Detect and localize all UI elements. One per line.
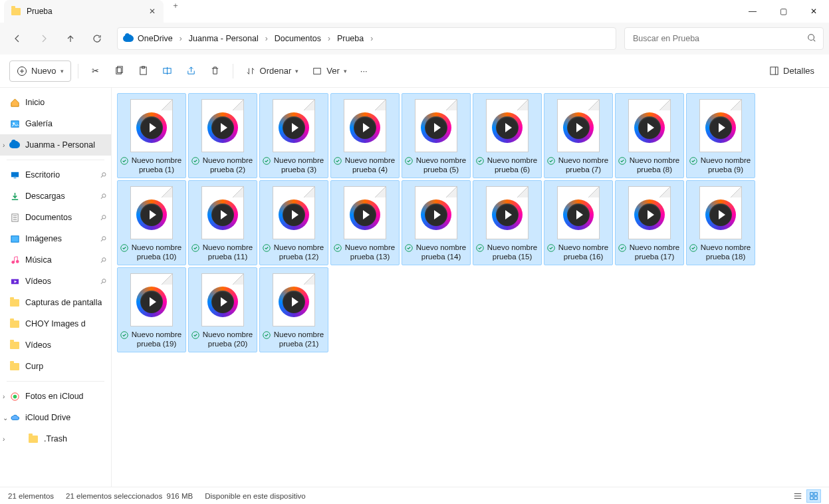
sync-check-icon: [120, 331, 128, 342]
sidebar-item-vídeos[interactable]: Vídeos: [0, 334, 111, 356]
share-button[interactable]: [181, 61, 202, 82]
file-pane[interactable]: Nuevo nombre prueba (1) Nuevo nombre pru…: [112, 88, 829, 487]
file-item[interactable]: Nuevo nombre prueba (1): [117, 93, 186, 178]
svg-rect-41: [810, 492, 813, 495]
file-thumbnail: [481, 185, 533, 241]
sort-button[interactable]: Ordenar ▾: [240, 61, 304, 82]
sidebar-item-descargas[interactable]: Descargas⚲: [0, 186, 111, 207]
cut-button[interactable]: ✂: [85, 61, 106, 82]
details-pane-button[interactable]: Detalles: [763, 61, 820, 82]
paste-button[interactable]: [133, 61, 154, 82]
pin-icon: ⚲: [98, 213, 108, 223]
file-item[interactable]: Nuevo nombre prueba (14): [402, 180, 471, 265]
file-name: Nuevo nombre prueba (15): [486, 243, 538, 262]
file-item[interactable]: Nuevo nombre prueba (2): [188, 93, 257, 178]
titlebar: Prueba ✕ ＋ — ▢ ✕: [0, 0, 829, 23]
file-item[interactable]: Nuevo nombre prueba (15): [473, 180, 542, 265]
close-button[interactable]: ✕: [798, 0, 829, 23]
media-play-icon: [207, 112, 238, 143]
chevron-icon[interactable]: ›: [3, 393, 11, 400]
file-grid: Nuevo nombre prueba (1) Nuevo nombre pru…: [117, 93, 824, 352]
file-item[interactable]: Nuevo nombre prueba (5): [402, 93, 471, 178]
back-button[interactable]: [5, 27, 29, 51]
file-item[interactable]: Nuevo nombre prueba (12): [259, 180, 328, 265]
svg-point-16: [15, 260, 19, 263]
sidebar-item-label: iCloud Drive: [25, 413, 70, 422]
more-button[interactable]: ···: [355, 61, 373, 82]
file-item[interactable]: Nuevo nombre prueba (20): [188, 267, 257, 352]
minimize-button[interactable]: —: [737, 0, 768, 23]
file-item[interactable]: Nuevo nombre prueba (10): [117, 180, 186, 265]
up-button[interactable]: [59, 27, 82, 51]
new-button[interactable]: Nuevo ▾: [9, 61, 71, 82]
file-item[interactable]: Nuevo nombre prueba (7): [544, 93, 613, 178]
folder-icon: [9, 340, 20, 350]
list-view-toggle[interactable]: [790, 489, 805, 503]
breadcrumb[interactable]: OneDrive › Juanma - Personal › Documento…: [117, 27, 616, 50]
file-item[interactable]: Nuevo nombre prueba (6): [473, 93, 542, 178]
file-item[interactable]: Nuevo nombre prueba (21): [259, 267, 328, 352]
media-play-icon: [207, 199, 238, 230]
media-play-icon: [492, 112, 523, 143]
pin-icon: ⚲: [98, 234, 108, 244]
sidebar-item-vídeos[interactable]: Vídeos⚲: [0, 271, 111, 292]
grid-view-toggle[interactable]: [806, 489, 821, 503]
sidebar-item-música[interactable]: Música⚲: [0, 249, 111, 271]
crumb-3[interactable]: Prueba: [334, 34, 366, 43]
file-thumbnail: [695, 185, 747, 241]
sidebar-item-capturas-de-pantalla[interactable]: Capturas de pantalla: [0, 292, 111, 313]
chevron-icon[interactable]: ›: [3, 436, 11, 443]
status-count: 21 elementos: [8, 492, 54, 500]
sidebar-item-escritorio[interactable]: Escritorio⚲: [0, 164, 111, 186]
crumb-2[interactable]: Documentos: [272, 34, 324, 43]
sidebar-item-.trash[interactable]: ›.Trash: [0, 428, 111, 449]
maximize-button[interactable]: ▢: [768, 0, 798, 23]
file-item[interactable]: Nuevo nombre prueba (18): [686, 180, 755, 265]
sidebar-item-imágenes[interactable]: Imágenes⚲: [0, 228, 111, 249]
pin-icon: ⚲: [98, 170, 108, 180]
sidebar-item-fotos-en-icloud[interactable]: ›Fotos en iCloud: [0, 386, 111, 407]
file-thumbnail: [624, 185, 675, 241]
add-tab-button[interactable]: ＋: [164, 0, 187, 11]
file-name: Nuevo nombre prueba (14): [415, 243, 467, 262]
delete-button[interactable]: [205, 61, 226, 82]
media-play-icon: [136, 199, 167, 230]
file-item[interactable]: Nuevo nombre prueba (11): [188, 180, 257, 265]
sidebar-item-inicio[interactable]: Inicio: [0, 92, 111, 113]
file-name: Nuevo nombre prueba (10): [130, 243, 183, 262]
sidebar-item-icloud-drive[interactable]: ⌄iCloud Drive: [0, 407, 111, 428]
sidebar-item-label: Capturas de pantalla: [25, 298, 102, 307]
file-name: Nuevo nombre prueba (11): [201, 243, 254, 262]
sync-check-icon: [476, 157, 484, 168]
window-tab[interactable]: Prueba ✕: [4, 0, 164, 23]
search-input[interactable]: [632, 33, 807, 44]
file-item[interactable]: Nuevo nombre prueba (19): [117, 267, 186, 352]
forward-button[interactable]: [32, 27, 56, 51]
file-name: Nuevo nombre prueba (3): [273, 156, 325, 175]
search-box[interactable]: [624, 27, 824, 50]
crumb-0[interactable]: OneDrive: [135, 34, 176, 43]
copy-button[interactable]: [109, 61, 130, 82]
file-item[interactable]: Nuevo nombre prueba (16): [544, 180, 613, 265]
sidebar-item-galería[interactable]: Galería: [0, 113, 111, 134]
file-item[interactable]: Nuevo nombre prueba (13): [330, 180, 400, 265]
crumb-1[interactable]: Juanma - Personal: [186, 34, 261, 43]
sidebar-item-curp[interactable]: Curp: [0, 356, 111, 377]
view-button[interactable]: Ver ▾: [306, 61, 352, 82]
sidebar-item-choy-images-d[interactable]: CHOY Images d: [0, 313, 111, 334]
close-tab-icon[interactable]: ✕: [148, 7, 157, 16]
file-item[interactable]: Nuevo nombre prueba (17): [615, 180, 684, 265]
file-thumbnail: [410, 185, 462, 241]
refresh-button[interactable]: [85, 27, 109, 51]
sync-check-icon: [191, 331, 199, 342]
file-item[interactable]: Nuevo nombre prueba (8): [615, 93, 684, 178]
file-item[interactable]: Nuevo nombre prueba (3): [259, 93, 328, 178]
rename-button[interactable]: [157, 61, 178, 82]
media-play-icon: [421, 112, 451, 143]
sidebar-item-label: Imágenes: [25, 234, 62, 243]
sidebar-item-juanma---personal[interactable]: ›Juanma - Personal: [0, 134, 111, 156]
chevron-icon[interactable]: ⌄: [3, 414, 11, 422]
file-item[interactable]: Nuevo nombre prueba (9): [686, 93, 755, 178]
sidebar-item-documentos[interactable]: Documentos⚲: [0, 207, 111, 228]
file-item[interactable]: Nuevo nombre prueba (4): [330, 93, 400, 178]
